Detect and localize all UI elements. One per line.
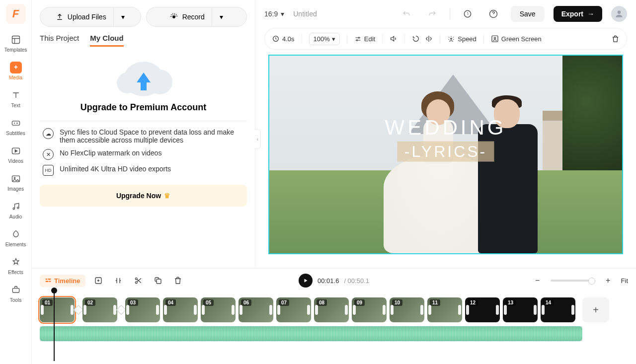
clip-handle-left[interactable] bbox=[164, 305, 167, 315]
clip-09[interactable]: 09 bbox=[352, 297, 387, 322]
clip-handle-left[interactable] bbox=[41, 305, 44, 315]
clip-handle-right[interactable] bbox=[383, 305, 386, 315]
clip-01[interactable]: 01 bbox=[40, 297, 75, 322]
history-button[interactable] bbox=[459, 5, 476, 22]
clip-handle-right[interactable] bbox=[156, 305, 159, 315]
zoom-dropdown[interactable]: 100%▾ bbox=[309, 33, 340, 45]
undo-button[interactable] bbox=[398, 5, 415, 22]
title-overlay[interactable]: WEDDING -LYRICS- bbox=[385, 116, 507, 162]
clip-handle-left[interactable] bbox=[466, 305, 469, 315]
clip-handle-left[interactable] bbox=[277, 305, 280, 315]
clip-handle-right[interactable] bbox=[71, 305, 74, 315]
clip-02[interactable]: 02 bbox=[82, 297, 117, 322]
rotate-button[interactable] bbox=[412, 35, 420, 43]
clip-handle-left[interactable] bbox=[126, 305, 129, 315]
delete-clip-button[interactable] bbox=[611, 35, 620, 43]
clip-handle-right[interactable] bbox=[269, 305, 272, 315]
clip-handle-right[interactable] bbox=[113, 305, 116, 315]
clip-10[interactable]: 10 bbox=[390, 297, 424, 322]
edit-button[interactable]: Edit bbox=[354, 35, 375, 43]
export-button[interactable]: Export→ bbox=[554, 6, 602, 22]
nav-text[interactable]: Text bbox=[0, 85, 32, 113]
clip-08[interactable]: 08 bbox=[314, 297, 349, 322]
clip-06[interactable]: 06 bbox=[238, 297, 273, 322]
transition-button[interactable] bbox=[117, 297, 125, 322]
clip-handle-right[interactable] bbox=[496, 305, 499, 315]
clip-14[interactable]: 14 bbox=[541, 297, 575, 322]
clip-handle-left[interactable] bbox=[239, 305, 242, 315]
clip-03[interactable]: 03 bbox=[125, 297, 160, 322]
clip-05[interactable]: 05 bbox=[201, 297, 236, 322]
clip-handle-left[interactable] bbox=[315, 305, 318, 315]
aspect-ratio-dropdown[interactable]: 16:9▾ bbox=[264, 10, 284, 18]
delete-track-button[interactable] bbox=[171, 274, 185, 288]
audio-track[interactable] bbox=[40, 326, 582, 341]
collapse-panel-button[interactable]: ‹ bbox=[255, 129, 261, 149]
save-button[interactable]: Save bbox=[511, 6, 545, 22]
duration-control[interactable]: 4.0s bbox=[272, 35, 295, 43]
playhead[interactable] bbox=[54, 291, 55, 361]
add-clip-button[interactable]: + bbox=[582, 297, 609, 322]
transition-button[interactable] bbox=[75, 297, 82, 322]
clip-handle-left[interactable] bbox=[202, 305, 205, 315]
clip-handle-right[interactable] bbox=[571, 305, 574, 315]
timeline-mode-button[interactable]: Timeline bbox=[40, 275, 85, 287]
upload-dropdown[interactable]: ▾ bbox=[113, 7, 132, 27]
record-button[interactable]: Record ▾ bbox=[146, 7, 247, 27]
tab-my-cloud[interactable]: My Cloud bbox=[90, 34, 124, 47]
clip-11[interactable]: 11 bbox=[427, 297, 462, 322]
clip-handle-right[interactable] bbox=[534, 305, 537, 315]
nav-tools[interactable]: Tools bbox=[0, 280, 32, 308]
clip-handle-right[interactable] bbox=[194, 305, 197, 315]
duplicate-button[interactable] bbox=[151, 274, 165, 288]
main-area: Upload Files ▾ Record ▾ This Project My … bbox=[32, 0, 636, 364]
clip-handle-right[interactable] bbox=[458, 305, 461, 315]
zoom-out-button[interactable]: − bbox=[531, 274, 545, 288]
clip-handle-right[interactable] bbox=[307, 305, 310, 315]
add-track-button[interactable] bbox=[91, 274, 105, 288]
volume-button[interactable] bbox=[390, 35, 398, 43]
nav-subtitles[interactable]: Subtitles bbox=[0, 113, 32, 141]
play-button[interactable] bbox=[299, 274, 313, 288]
project-title-input[interactable]: Untitled bbox=[293, 10, 317, 18]
zoom-slider[interactable] bbox=[551, 280, 595, 282]
split-button[interactable] bbox=[111, 274, 125, 288]
nav-elements[interactable]: Elements bbox=[0, 224, 32, 252]
clip-handle-left[interactable] bbox=[391, 305, 394, 315]
nav-videos[interactable]: Videos bbox=[0, 141, 32, 169]
nav-audio[interactable]: Audio bbox=[0, 197, 32, 224]
clip-handle-left[interactable] bbox=[83, 305, 86, 315]
app-logo[interactable]: F bbox=[6, 4, 26, 24]
user-avatar[interactable] bbox=[611, 6, 627, 22]
tab-this-project[interactable]: This Project bbox=[40, 34, 79, 47]
clip-04[interactable]: 04 bbox=[163, 297, 198, 322]
flip-button[interactable] bbox=[425, 35, 433, 43]
nav-media[interactable]: Media bbox=[0, 58, 32, 85]
upload-files-button[interactable]: Upload Files ▾ bbox=[40, 7, 141, 27]
clip-07[interactable]: 07 bbox=[276, 297, 311, 322]
cut-button[interactable] bbox=[131, 274, 145, 288]
green-screen-button[interactable]: Green Screen bbox=[491, 35, 542, 43]
video-track[interactable]: 0102030405060708091011121314+ bbox=[40, 297, 628, 322]
upgrade-now-button[interactable]: Upgrade Now♛ bbox=[40, 185, 247, 207]
nav-templates[interactable]: Templates bbox=[0, 30, 32, 58]
clip-12[interactable]: 12 bbox=[465, 297, 500, 322]
clip-handle-left[interactable] bbox=[353, 305, 356, 315]
clip-handle-left[interactable] bbox=[504, 305, 507, 315]
clip-handle-left[interactable] bbox=[428, 305, 431, 315]
clip-handle-right[interactable] bbox=[232, 305, 235, 315]
timeline-tracks[interactable]: 0102030405060708091011121314+ bbox=[40, 297, 628, 341]
clip-handle-right[interactable] bbox=[420, 305, 423, 315]
record-dropdown[interactable]: ▾ bbox=[212, 7, 231, 27]
zoom-in-button[interactable]: + bbox=[601, 274, 615, 288]
clip-handle-right[interactable] bbox=[345, 305, 348, 315]
nav-effects[interactable]: Effects bbox=[0, 252, 32, 280]
help-button[interactable] bbox=[485, 5, 502, 22]
clip-13[interactable]: 13 bbox=[503, 297, 538, 322]
preview-canvas[interactable]: WEDDING -LYRICS- bbox=[268, 55, 623, 254]
redo-button[interactable] bbox=[424, 5, 441, 22]
clip-handle-left[interactable] bbox=[542, 305, 545, 315]
fit-button[interactable]: Fit bbox=[621, 277, 628, 285]
speed-button[interactable]: Speed bbox=[447, 35, 477, 43]
nav-images[interactable]: Images bbox=[0, 169, 32, 197]
